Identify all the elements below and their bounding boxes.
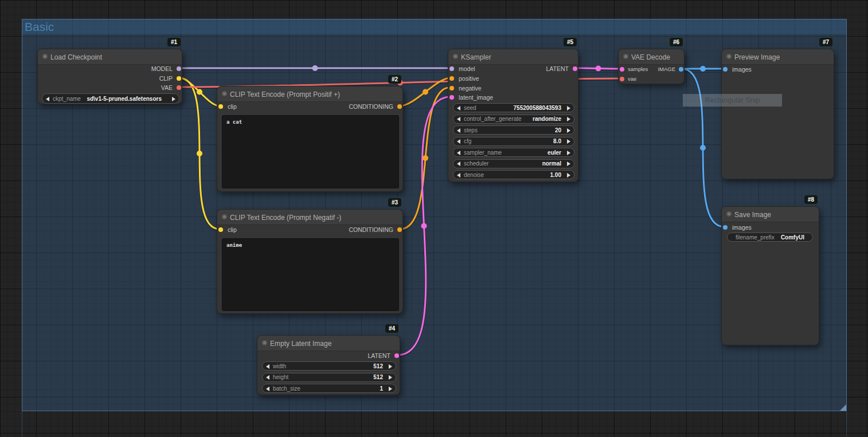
- increment-arrow-icon[interactable]: [567, 139, 570, 144]
- output-slot-latent[interactable]: LATENT: [546, 64, 578, 73]
- slot-dot-model[interactable]: [449, 66, 454, 71]
- input-slot-positive[interactable]: positive: [448, 74, 479, 83]
- increment-arrow-icon[interactable]: [567, 128, 570, 133]
- node-title: Preview Image: [734, 53, 780, 61]
- decrement-arrow-icon[interactable]: [457, 173, 460, 178]
- widget-steps[interactable]: steps20: [453, 125, 574, 135]
- increment-arrow-icon[interactable]: [567, 162, 570, 166]
- node-status-dot: [726, 54, 732, 59]
- node-graph-canvas[interactable]: Basic: [0, 0, 868, 437]
- node-preview-image[interactable]: #7 Preview Image images: [721, 49, 834, 179]
- output-slot-clip[interactable]: CLIP: [159, 74, 182, 83]
- node-title-bar[interactable]: KSampler: [448, 49, 578, 65]
- increment-arrow-icon[interactable]: [567, 106, 570, 111]
- increment-arrow-icon[interactable]: [389, 364, 392, 369]
- increment-arrow-icon[interactable]: [567, 117, 570, 121]
- node-load-checkpoint[interactable]: #1 Load Checkpoint MODEL CLIP VAE ckpt_n…: [37, 49, 182, 104]
- increment-arrow-icon[interactable]: [389, 375, 392, 380]
- input-slot-images[interactable]: images: [722, 65, 752, 74]
- widget-ckpt-name[interactable]: ckpt_name sd\v1-5-pruned.safetensors: [42, 93, 179, 104]
- wire-dot: [596, 66, 601, 72]
- node-title-bar[interactable]: CLIP Text Encode (Prompt Negatif -): [217, 210, 402, 225]
- decrement-arrow-icon[interactable]: [457, 151, 460, 155]
- decrement-arrow-icon[interactable]: [457, 106, 460, 111]
- node-title: Load Checkpoint: [50, 53, 102, 61]
- node-empty-latent-image[interactable]: #4 Empty Latent Image LATENT width512 he…: [257, 335, 400, 395]
- node-clip-text-encode-negative[interactable]: #3 CLIP Text Encode (Prompt Negatif -) c…: [217, 209, 403, 314]
- output-slot-conditioning[interactable]: CONDITIONING: [349, 102, 402, 111]
- slot-dot-clip[interactable]: [218, 227, 223, 232]
- output-slot-image[interactable]: IMAGE: [658, 65, 684, 74]
- slot-dot-image[interactable]: [723, 225, 728, 230]
- wire-dot: [700, 145, 706, 151]
- decrement-arrow-icon[interactable]: [457, 128, 460, 133]
- slot-dot-conditioning[interactable]: [449, 86, 454, 90]
- prompt-textarea[interactable]: a cat: [222, 115, 399, 188]
- decrement-arrow-icon[interactable]: [266, 364, 269, 369]
- widget-width[interactable]: width512: [262, 361, 396, 371]
- input-slot-images[interactable]: images: [722, 223, 752, 232]
- increment-arrow-icon[interactable]: [567, 173, 570, 178]
- widget-sampler-name[interactable]: sampler_nameeuler: [453, 148, 574, 157]
- input-slot-latent-image[interactable]: latent_image: [448, 93, 493, 102]
- slot-dot-clip[interactable]: [177, 76, 181, 81]
- widget-denoise[interactable]: denoise1.00: [453, 170, 574, 179]
- increment-arrow-icon[interactable]: [172, 97, 175, 101]
- input-slot-negative[interactable]: negative: [448, 84, 482, 93]
- output-slot-conditioning[interactable]: CONDITIONING: [349, 225, 402, 234]
- widget-height[interactable]: height512: [262, 373, 396, 382]
- slot-dot-conditioning[interactable]: [397, 104, 402, 109]
- node-status-dot: [453, 54, 458, 59]
- decrement-arrow-icon[interactable]: [457, 139, 460, 144]
- decrement-arrow-icon[interactable]: [457, 117, 460, 121]
- node-vae-decode[interactable]: #6 VAE Decode samples vae IMAGE: [618, 49, 685, 84]
- slot-dot-model[interactable]: [177, 66, 181, 71]
- output-slot-model[interactable]: MODEL: [151, 64, 182, 73]
- input-slot-clip[interactable]: clip: [217, 102, 237, 111]
- slot-dot-conditioning[interactable]: [397, 227, 402, 232]
- slot-dot-latent[interactable]: [394, 353, 399, 358]
- decrement-arrow-icon[interactable]: [46, 97, 49, 101]
- decrement-arrow-icon[interactable]: [457, 162, 460, 166]
- prompt-textarea[interactable]: anime: [222, 238, 399, 311]
- node-title-bar[interactable]: CLIP Text Encode (Prompt Positif +): [217, 86, 402, 102]
- widget-seed[interactable]: seed755200588043593: [453, 103, 574, 112]
- node-title-bar[interactable]: Save Image: [722, 207, 819, 222]
- slot-dot-vae[interactable]: [620, 77, 624, 81]
- node-title-bar[interactable]: Load Checkpoint: [38, 49, 182, 65]
- slot-dot-image[interactable]: [679, 67, 683, 72]
- increment-arrow-icon[interactable]: [567, 151, 570, 155]
- node-title-bar[interactable]: Empty Latent Image: [257, 336, 400, 351]
- decrement-arrow-icon[interactable]: [266, 387, 269, 391]
- node-title: VAE Decode: [631, 53, 670, 61]
- widget-control-after-generate[interactable]: control_after_generaterandomize: [453, 115, 574, 124]
- input-slot-samples[interactable]: samples: [619, 65, 648, 74]
- slot-dot-latent[interactable]: [620, 67, 624, 72]
- wire-dot: [423, 89, 428, 95]
- node-clip-text-encode-positive[interactable]: #2 CLIP Text Encode (Prompt Positif +) c…: [217, 86, 403, 192]
- decrement-arrow-icon[interactable]: [266, 375, 269, 380]
- widget-batch-size[interactable]: batch_size1: [262, 384, 396, 393]
- input-slot-clip[interactable]: clip: [217, 225, 237, 234]
- node-title-bar[interactable]: VAE Decode: [619, 49, 684, 65]
- node-title-bar[interactable]: Preview Image: [722, 49, 834, 65]
- widget-cfg[interactable]: cfg8.0: [453, 137, 574, 146]
- output-slot-latent[interactable]: LATENT: [368, 351, 400, 360]
- node-ksampler[interactable]: #5 KSampler model positive negative late…: [448, 49, 578, 182]
- input-slot-vae[interactable]: vae: [619, 74, 636, 84]
- input-slot-model[interactable]: model: [448, 64, 475, 73]
- slot-dot-vae[interactable]: [177, 85, 181, 90]
- slot-dot-conditioning[interactable]: [449, 76, 454, 81]
- node-id-badge: #8: [804, 195, 818, 204]
- increment-arrow-icon[interactable]: [389, 387, 392, 391]
- node-save-image[interactable]: #8 Save Image images filename_prefixComf…: [721, 206, 819, 345]
- slot-dot-image[interactable]: [723, 67, 728, 72]
- slot-dot-latent[interactable]: [449, 95, 454, 100]
- slot-dot-latent[interactable]: [573, 66, 577, 71]
- slot-dot-clip[interactable]: [218, 104, 223, 109]
- output-slot-vae[interactable]: VAE: [161, 83, 182, 92]
- node-id-badge: #2: [388, 75, 401, 84]
- wire-dot: [700, 66, 706, 72]
- widget-scheduler[interactable]: schedulernormal: [453, 159, 574, 168]
- widget-filename-prefix[interactable]: filename_prefixComfyUI: [727, 233, 813, 242]
